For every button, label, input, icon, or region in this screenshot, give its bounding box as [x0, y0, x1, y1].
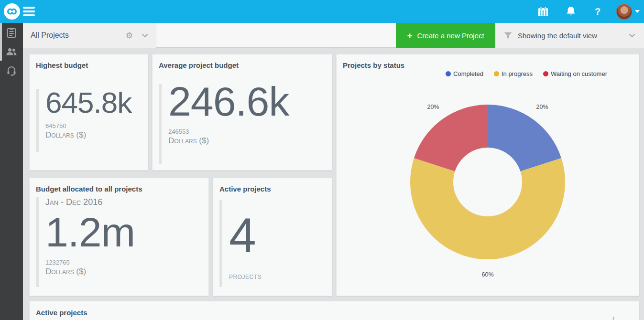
menu-icon[interactable]	[23, 0, 43, 23]
chevron-down-icon	[142, 33, 148, 38]
dashboard-page: ?	[0, 0, 644, 320]
bell-icon[interactable]	[562, 0, 579, 23]
highest-budget-value: 645.8k	[45, 87, 131, 118]
top-bar: ?	[0, 0, 644, 23]
clipboard-icon	[7, 27, 16, 38]
active-projects-count-card: Active projects 4 Projects	[213, 178, 332, 296]
headset-icon	[7, 66, 16, 76]
active-projects-unit: Projects	[229, 274, 262, 280]
average-budget-card: Average project budget 246.6k 246553 Dol…	[152, 54, 332, 171]
funnel-icon	[504, 32, 512, 39]
legend-label: Completed	[453, 70, 483, 77]
chart-legend: CompletedIn progressWaiting on customer	[446, 70, 607, 77]
project-switcher-label: All Projects	[31, 31, 126, 40]
slice-percent-label: 60%	[481, 271, 493, 278]
avatar[interactable]	[616, 4, 632, 20]
allocated-budget-card: Budget allocated to all projects Jan - D…	[29, 178, 209, 296]
donut-slice[interactable]	[410, 158, 565, 259]
active-projects-list-card: Active projects	[29, 301, 639, 320]
project-switcher[interactable]: All Projects ⚙	[23, 23, 156, 48]
create-project-button[interactable]: + Create a new Project	[396, 23, 495, 48]
projects-by-status-card: Projects by status CompletedIn progressW…	[336, 54, 639, 296]
slice-percent-label: 20%	[536, 104, 548, 110]
card-title: Highest budget	[36, 61, 88, 69]
stat-block: Jan - Dec 2016 1.2m 1232765 Dollars ($)	[36, 197, 135, 287]
chart-title: Projects by status	[343, 61, 404, 69]
create-project-label: Create a new Project	[417, 32, 484, 40]
chevron-down-icon	[629, 33, 635, 38]
section-title: Active projects	[36, 309, 87, 317]
allocated-budget-unit: Dollars ($)	[45, 267, 135, 277]
gear-icon[interactable]: ⚙	[126, 31, 133, 41]
budget-period: Jan - Dec 2016	[45, 197, 135, 207]
card-title: Average project budget	[159, 61, 239, 69]
legend-item[interactable]: In progress	[494, 70, 533, 77]
legend-dot	[494, 71, 499, 76]
plus-icon: +	[407, 31, 412, 40]
sidebar-item-support[interactable]	[0, 61, 23, 80]
legend-label: In progress	[502, 70, 533, 77]
legend-label: Waiting on customer	[551, 70, 607, 77]
highest-budget-raw: 645750	[45, 122, 131, 129]
legend-item[interactable]: Waiting on customer	[543, 70, 607, 77]
view-filter-dropdown[interactable]: Showing the default view	[495, 23, 644, 48]
view-filter-label: Showing the default view	[518, 32, 629, 40]
donut-slice[interactable]	[414, 105, 488, 171]
donut-slice[interactable]	[488, 105, 561, 171]
dashboard-content: Highest budget 645.8k 645750 Dollars ($)…	[23, 48, 644, 320]
people-icon	[6, 48, 17, 56]
toolbar: All Projects ⚙ + Create a new Project Sh…	[23, 23, 644, 48]
average-budget-unit: Dollars ($)	[168, 136, 289, 146]
allocated-budget-raw: 1232765	[45, 259, 135, 266]
card-title: Budget allocated to all projects	[36, 185, 142, 193]
slice-percent-label: 20%	[427, 104, 439, 110]
highest-budget-card: Highest budget 645.8k 645750 Dollars ($)	[29, 54, 148, 171]
left-sidebar	[0, 23, 23, 320]
average-budget-value: 246.6k	[168, 80, 289, 122]
accent-bar	[36, 89, 39, 152]
teamwork-logo[interactable]	[4, 3, 20, 20]
legend-dot	[446, 71, 451, 76]
logo-glyph	[6, 7, 18, 16]
help-icon[interactable]: ?	[590, 0, 605, 23]
active-projects-value: 4	[229, 211, 262, 260]
sidebar-item-people[interactable]	[0, 42, 23, 61]
donut-chart[interactable]: 20%60%20%	[382, 81, 593, 286]
card-title: Active projects	[219, 185, 271, 193]
calendar-icon[interactable]	[535, 0, 552, 23]
legend-item[interactable]: Completed	[446, 70, 483, 77]
caret-down-icon[interactable]	[635, 10, 640, 13]
average-budget-raw: 246553	[168, 128, 289, 135]
highest-budget-unit: Dollars ($)	[45, 130, 131, 140]
accent-bar	[219, 200, 222, 287]
accent-bar	[36, 197, 39, 287]
sidebar-scrollbar	[0, 23, 2, 61]
allocated-budget-value: 1.2m	[45, 210, 135, 254]
stat-block: 246.6k 246553 Dollars ($)	[159, 84, 289, 164]
sidebar-item-projects[interactable]	[0, 23, 23, 42]
stat-block: 645.8k 645750 Dollars ($)	[36, 89, 131, 152]
legend-dot	[543, 71, 548, 76]
stat-block: 4 Projects	[219, 200, 262, 287]
accent-bar	[159, 84, 162, 164]
scrollbar-tick[interactable]	[613, 317, 614, 320]
